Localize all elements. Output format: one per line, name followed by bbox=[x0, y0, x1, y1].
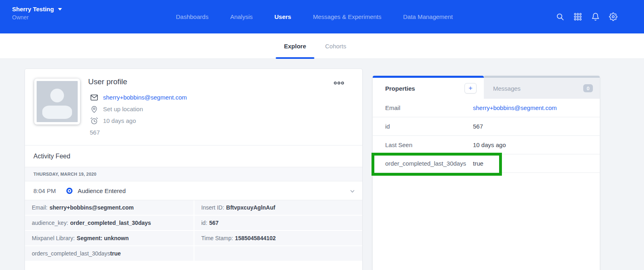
properties-list: Email sherry+bobbins@segment.com id 567 … bbox=[373, 99, 600, 270]
activity-event-row[interactable]: 8:04 PM Audience Entered bbox=[25, 181, 362, 200]
alarm-clock-icon bbox=[90, 116, 99, 125]
profile-id-row: 567 bbox=[90, 127, 187, 138]
activity-feed-title: Activity Feed bbox=[33, 153, 70, 160]
detail-cell-insert-id: Insert ID: BftvpxcuyAglnAuf bbox=[194, 200, 362, 215]
location-pin-icon bbox=[90, 105, 99, 114]
event-collapse-chevron-icon[interactable] bbox=[350, 188, 355, 193]
tab-explore-label: Explore bbox=[284, 43, 306, 50]
property-row-id: id 567 bbox=[373, 117, 600, 136]
nav-item-analysis[interactable]: Analysis bbox=[230, 13, 253, 20]
notifications-bell-icon[interactable] bbox=[591, 12, 600, 21]
profile-last-seen-row: 10 days ago bbox=[90, 115, 187, 127]
workspace-switcher[interactable]: Sherry Testing Owner bbox=[12, 6, 62, 21]
envelope-icon bbox=[90, 93, 99, 102]
profile-last-seen-text: 10 days ago bbox=[103, 117, 136, 124]
property-row-last-seen: Last Seen 10 days ago bbox=[373, 136, 600, 154]
detail-cell-orders-completed: orders_completed_last_30days true bbox=[25, 246, 194, 261]
nav-item-users[interactable]: Users bbox=[275, 13, 291, 20]
properties-panel: Properties + Messages 0 Email sherry+bob… bbox=[373, 76, 600, 270]
property-row-order-completed: order_completed_last_30days true bbox=[373, 154, 600, 173]
nav-item-messages-experiments[interactable]: Messages & Experiments bbox=[313, 13, 381, 20]
activity-feed-header: Activity Feed bbox=[25, 145, 362, 167]
detail-cell-time-stamp: Time Stamp: 1585045844102 bbox=[194, 231, 362, 245]
profile-title: User profile bbox=[88, 77, 127, 86]
detail-cell-mixpanel-library: Mixpanel Library: Segment: unknown bbox=[25, 231, 194, 245]
apps-grid-icon[interactable] bbox=[574, 12, 582, 21]
profile-location-text[interactable]: Set up location bbox=[103, 106, 143, 112]
messages-count-badge: 0 bbox=[583, 84, 593, 92]
tab-messages[interactable]: Messages 0 bbox=[484, 76, 600, 99]
tab-properties-label: Properties bbox=[385, 85, 415, 92]
avatar-torso-shape bbox=[42, 106, 72, 119]
workspace-name: Sherry Testing bbox=[12, 6, 54, 12]
tab-explore[interactable]: Explore bbox=[276, 33, 314, 59]
nav-item-data-management[interactable]: Data Management bbox=[403, 13, 453, 20]
tab-properties[interactable]: Properties + bbox=[373, 76, 484, 99]
detail-cell-email: Email: sherry+bobbins@segment.com bbox=[25, 200, 194, 215]
event-name: Audience Entered bbox=[78, 187, 126, 194]
profile-location-row: Set up location bbox=[90, 103, 187, 115]
nav-item-dashboards[interactable]: Dashboards bbox=[176, 13, 208, 20]
search-icon[interactable] bbox=[556, 12, 564, 21]
avatar bbox=[34, 79, 80, 125]
tab-messages-label: Messages bbox=[493, 85, 520, 92]
caret-down-icon bbox=[58, 8, 62, 10]
properties-panel-tabs: Properties + Messages 0 bbox=[373, 76, 600, 99]
table-row: Mixpanel Library: Segment: unknown Time … bbox=[25, 231, 362, 245]
user-profile-card: User profile sherry+bobbins@segment.com … bbox=[25, 69, 363, 270]
avatar-head-shape bbox=[50, 89, 64, 102]
profile-email-link[interactable]: sherry+bobbins@segment.com bbox=[103, 94, 187, 101]
detail-cell-audience-key: audience_key: order_completed_last_30day… bbox=[25, 216, 194, 230]
profile-section: User profile sherry+bobbins@segment.com … bbox=[25, 69, 362, 145]
section-tabbar: Explore Cohorts bbox=[0, 33, 644, 59]
profile-id-text: 567 bbox=[90, 129, 100, 136]
workspace-role: Owner bbox=[12, 14, 62, 21]
header-icons bbox=[556, 0, 617, 33]
main-nav: Dashboards Analysis Users Messages & Exp… bbox=[176, 0, 453, 33]
detail-cell-empty bbox=[194, 246, 362, 261]
tab-cohorts-label: Cohorts bbox=[325, 43, 347, 50]
table-row: audience_key: order_completed_last_30day… bbox=[25, 216, 362, 230]
table-row: orders_completed_last_30days true bbox=[25, 246, 362, 261]
add-property-button[interactable]: + bbox=[464, 83, 477, 93]
event-type-icon bbox=[66, 187, 73, 194]
event-details-table: Email: sherry+bobbins@segment.com Insert… bbox=[25, 200, 362, 261]
property-row-email: Email sherry+bobbins@segment.com bbox=[373, 99, 600, 117]
profile-more-menu-icon[interactable] bbox=[334, 80, 344, 85]
activity-date-text: THURSDAY, MARCH 19, 2020 bbox=[33, 172, 97, 177]
tab-cohorts[interactable]: Cohorts bbox=[318, 33, 354, 59]
profile-email-row: sherry+bobbins@segment.com bbox=[90, 91, 187, 103]
event-time: 8:04 PM bbox=[33, 187, 66, 194]
top-header: Sherry Testing Owner Dashboards Analysis… bbox=[0, 0, 644, 33]
table-row: Email: sherry+bobbins@segment.com Insert… bbox=[25, 200, 362, 215]
property-email-link[interactable]: sherry+bobbins@segment.com bbox=[473, 104, 557, 111]
settings-gear-icon[interactable] bbox=[609, 12, 617, 21]
activity-date-band: THURSDAY, MARCH 19, 2020 bbox=[25, 167, 362, 181]
profile-rows: sherry+bobbins@segment.com Set up locati… bbox=[90, 91, 187, 138]
tab-explore-active-underline bbox=[276, 57, 314, 59]
mixpanel-users-page: Sherry Testing Owner Dashboards Analysis… bbox=[0, 0, 644, 270]
detail-cell-id: id: 567 bbox=[194, 216, 362, 230]
